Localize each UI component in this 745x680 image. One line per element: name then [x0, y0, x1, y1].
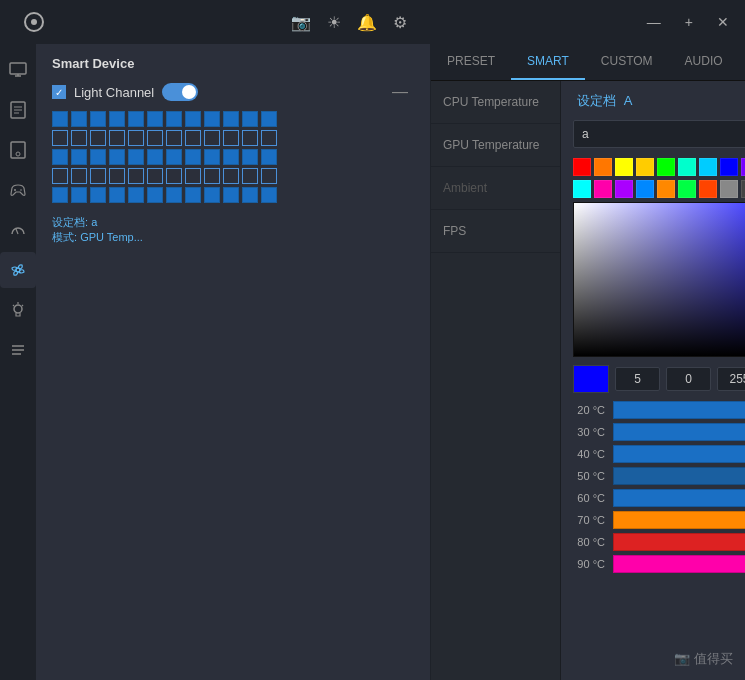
led-cell[interactable]: [147, 130, 163, 146]
green-input[interactable]: [666, 367, 711, 391]
tab-game[interactable]: GAME: [739, 44, 745, 80]
temperature-color-bar[interactable]: [613, 489, 745, 507]
led-cell[interactable]: [166, 149, 182, 165]
led-cell[interactable]: [90, 111, 106, 127]
led-cell[interactable]: [109, 187, 125, 203]
led-cell[interactable]: [185, 149, 201, 165]
sidebar-item-gamepad[interactable]: [0, 172, 36, 208]
led-cell[interactable]: [147, 187, 163, 203]
color-gradient[interactable]: [573, 202, 745, 357]
color-swatch[interactable]: [657, 158, 675, 176]
led-cell[interactable]: [261, 130, 277, 146]
temperature-color-bar[interactable]: [613, 467, 745, 485]
color-swatch[interactable]: [636, 180, 654, 198]
led-cell[interactable]: [261, 149, 277, 165]
tab-smart[interactable]: SMART: [511, 44, 585, 80]
color-swatch[interactable]: [594, 180, 612, 198]
led-cell[interactable]: [128, 187, 144, 203]
led-cell[interactable]: [128, 111, 144, 127]
led-cell[interactable]: [242, 130, 258, 146]
led-cell[interactable]: [128, 168, 144, 184]
led-cell[interactable]: [204, 111, 220, 127]
led-cell[interactable]: [223, 149, 239, 165]
led-cell[interactable]: [90, 168, 106, 184]
led-cell[interactable]: [204, 168, 220, 184]
led-cell[interactable]: [147, 168, 163, 184]
color-swatch[interactable]: [594, 158, 612, 176]
led-cell[interactable]: [147, 111, 163, 127]
sidebar-item-gauge[interactable]: [0, 212, 36, 248]
temperature-color-bar[interactable]: [613, 445, 745, 463]
led-cell[interactable]: [90, 187, 106, 203]
color-swatch[interactable]: [615, 158, 633, 176]
light-channel-toggle[interactable]: [162, 83, 198, 101]
color-swatch[interactable]: [615, 180, 633, 198]
color-swatch[interactable]: [573, 180, 591, 198]
temperature-color-bar[interactable]: [613, 555, 745, 573]
led-cell[interactable]: [204, 149, 220, 165]
close-button[interactable]: ✕: [713, 10, 733, 34]
led-cell[interactable]: [185, 168, 201, 184]
led-cell[interactable]: [242, 187, 258, 203]
led-cell[interactable]: [52, 111, 68, 127]
led-cell[interactable]: [147, 149, 163, 165]
tab-custom[interactable]: CUSTOM: [585, 44, 669, 80]
led-cell[interactable]: [223, 187, 239, 203]
led-cell[interactable]: [185, 130, 201, 146]
blue-input[interactable]: [717, 367, 745, 391]
color-swatch[interactable]: [699, 180, 717, 198]
led-cell[interactable]: [109, 130, 125, 146]
color-swatch[interactable]: [699, 158, 717, 176]
led-cell[interactable]: [223, 168, 239, 184]
color-swatch[interactable]: [720, 180, 738, 198]
led-cell[interactable]: [90, 130, 106, 146]
sidebar-item-lighting[interactable]: [0, 292, 36, 328]
led-cell[interactable]: [242, 149, 258, 165]
led-cell[interactable]: [185, 111, 201, 127]
led-cell[interactable]: [261, 111, 277, 127]
color-swatch[interactable]: [636, 158, 654, 176]
led-cell[interactable]: [52, 187, 68, 203]
gear-icon[interactable]: ⚙: [393, 13, 407, 32]
bell-icon[interactable]: 🔔: [357, 13, 377, 32]
color-swatch[interactable]: [741, 180, 745, 198]
led-cell[interactable]: [109, 168, 125, 184]
temperature-color-bar[interactable]: [613, 423, 745, 441]
led-cell[interactable]: [128, 149, 144, 165]
sidebar-item-monitor[interactable]: [0, 92, 36, 128]
temperature-color-bar[interactable]: [613, 511, 745, 529]
maximize-button[interactable]: +: [681, 10, 697, 34]
tab-preset[interactable]: PRESET: [431, 44, 511, 80]
led-cell[interactable]: [71, 111, 87, 127]
led-cell[interactable]: [166, 168, 182, 184]
led-cell[interactable]: [166, 187, 182, 203]
red-input[interactable]: [615, 367, 660, 391]
smart-menu-cpu-temp[interactable]: CPU Temperature: [431, 81, 560, 124]
minimize-button[interactable]: —: [643, 10, 665, 34]
led-cell[interactable]: [71, 187, 87, 203]
led-cell[interactable]: [242, 168, 258, 184]
led-cell[interactable]: [52, 149, 68, 165]
color-swatch[interactable]: [573, 158, 591, 176]
led-cell[interactable]: [128, 130, 144, 146]
name-input[interactable]: [573, 120, 745, 148]
led-cell[interactable]: [52, 168, 68, 184]
led-cell[interactable]: [90, 149, 106, 165]
temperature-color-bar[interactable]: [613, 401, 745, 419]
color-swatch[interactable]: [678, 180, 696, 198]
current-color-swatch[interactable]: [573, 365, 609, 393]
light-channel-checkbox[interactable]: ✓: [52, 85, 66, 99]
sidebar-item-pc[interactable]: [0, 132, 36, 168]
sun-icon[interactable]: ☀: [327, 13, 341, 32]
color-swatch[interactable]: [720, 158, 738, 176]
led-cell[interactable]: [204, 130, 220, 146]
led-cell[interactable]: [242, 111, 258, 127]
led-cell[interactable]: [71, 168, 87, 184]
tab-audio[interactable]: AUDIO: [669, 44, 739, 80]
sidebar-item-display[interactable]: [0, 52, 36, 88]
led-cell[interactable]: [223, 130, 239, 146]
led-cell[interactable]: [166, 130, 182, 146]
led-cell[interactable]: [71, 130, 87, 146]
sidebar-item-fan[interactable]: [0, 252, 36, 288]
smart-menu-gpu-temp[interactable]: GPU Temperature: [431, 124, 560, 167]
